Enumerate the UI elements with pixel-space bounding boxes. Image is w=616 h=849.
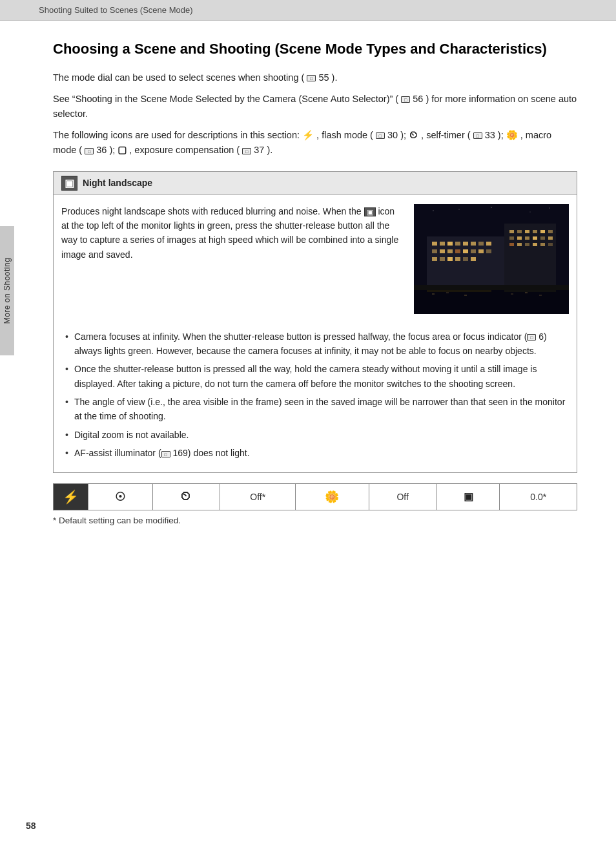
settings-cell-self-timer-icon: ☉	[88, 483, 153, 510]
p3-flash: , flash mode (	[316, 130, 373, 140]
section-body-text: Produces night landscape shots with redu…	[61, 206, 398, 260]
intro-paragraph-3: The following icons are used for descrip…	[53, 128, 577, 158]
p3-self-timer: , self-timer (	[421, 130, 471, 140]
svg-rect-25	[447, 257, 453, 261]
macro-icon: 🌼	[506, 130, 518, 140]
settings-cell-macro-icon: 🌼	[296, 483, 369, 510]
flash-icon-inline: ⚡	[302, 130, 314, 140]
p3-selftimer-label: );	[400, 130, 409, 140]
side-tab-label: More on Shooting	[3, 258, 12, 324]
svg-rect-13	[478, 242, 484, 246]
svg-rect-7	[432, 242, 437, 246]
p1-end: ).	[332, 72, 338, 83]
svg-rect-21	[478, 249, 484, 253]
night-landscape-section: ▣ Night landscape Produces night landsca…	[53, 171, 577, 473]
inline-icon: ▣	[364, 207, 376, 216]
section-header-text: Night landscape	[83, 178, 152, 188]
settings-cell-off-star: Off*	[220, 483, 296, 510]
night-landscape-image	[414, 204, 569, 314]
svg-rect-43	[517, 243, 522, 246]
intro-paragraph-1: The mode dial can be used to select scen…	[53, 70, 577, 85]
p2-ref: 56	[413, 94, 423, 104]
svg-rect-50	[504, 290, 556, 292]
svg-rect-57	[414, 285, 569, 290]
svg-rect-26	[455, 257, 460, 261]
svg-rect-11	[463, 242, 468, 246]
p1-text: The mode dial can be used to select scen…	[53, 72, 304, 83]
svg-rect-20	[471, 249, 476, 253]
svg-rect-52	[446, 292, 449, 293]
p3-macro-ref: 36	[96, 145, 107, 155]
svg-rect-45	[533, 243, 537, 246]
header-text: Shooting Suited to Scenes (Scene Mode)	[39, 5, 192, 15]
self-timer-icon: ⏲	[409, 130, 418, 140]
p3-start: The following icons are used for descrip…	[53, 130, 302, 140]
svg-rect-46	[540, 243, 545, 246]
svg-rect-42	[509, 243, 514, 246]
svg-rect-34	[540, 230, 545, 233]
svg-rect-32	[525, 230, 529, 233]
svg-rect-51	[432, 293, 435, 295]
svg-rect-33	[533, 230, 537, 233]
p2-start: See “Shooting in the Scene Mode Selected…	[53, 94, 398, 104]
bullet-list: Camera focuses at infinity. When the shu…	[61, 330, 569, 461]
p3-exposure-label: );	[109, 145, 118, 155]
svg-rect-24	[440, 257, 445, 261]
p3-flash-ref: 30	[387, 130, 398, 140]
p3-end: ).	[267, 145, 272, 155]
svg-rect-31	[517, 230, 522, 233]
svg-rect-16	[440, 249, 445, 253]
book-ref-icon-4: □	[473, 132, 482, 139]
bullet-item-3: The angle of view (i.e., the area visibl…	[61, 395, 569, 424]
svg-rect-49	[427, 290, 491, 292]
page-title: Choosing a Scene and Shooting (Scene Mod…	[53, 40, 577, 59]
svg-rect-12	[471, 242, 476, 246]
svg-rect-56	[539, 295, 542, 296]
svg-rect-47	[548, 243, 553, 246]
svg-rect-38	[525, 236, 529, 240]
footer-note: * Default setting can be modified.	[53, 516, 577, 525]
svg-rect-23	[432, 257, 437, 261]
side-tab: More on Shooting	[0, 226, 14, 355]
svg-rect-22	[486, 249, 491, 253]
p1-ref: 55	[318, 72, 329, 83]
svg-point-1	[433, 210, 433, 211]
svg-rect-29	[504, 224, 556, 295]
svg-point-2	[458, 209, 459, 209]
book-ref-icon-5: □	[85, 148, 94, 154]
book-icon-inline-2: □	[161, 451, 170, 457]
svg-rect-28	[471, 257, 476, 261]
svg-rect-8	[440, 242, 445, 246]
svg-rect-30	[509, 230, 514, 233]
intro-paragraph-2: See “Shooting in the Scene Mode Selected…	[53, 92, 577, 121]
bullet-item-2: Once the shutter-release button is press…	[61, 362, 569, 391]
section-header-icon: ▣	[61, 176, 77, 191]
book-icon-inline: □	[527, 334, 536, 341]
book-ref-icon-6: □	[242, 148, 251, 154]
main-content: Choosing a Scene and Shooting (Scene Mod…	[14, 21, 616, 551]
settings-cell-off: Off	[369, 483, 436, 510]
svg-rect-37	[517, 236, 522, 240]
night-scene-svg	[414, 204, 569, 314]
p3-exposure: , exposure compensation (	[129, 145, 240, 155]
book-ref-icon-3: □	[376, 132, 385, 139]
svg-rect-54	[511, 293, 513, 295]
page-header: Shooting Suited to Scenes (Scene Mode)	[0, 0, 616, 21]
svg-rect-53	[464, 295, 467, 296]
p3-self-ref: 33	[485, 130, 495, 140]
svg-rect-40	[540, 236, 545, 240]
svg-rect-17	[447, 249, 453, 253]
svg-rect-35	[548, 230, 553, 233]
svg-rect-14	[486, 242, 491, 246]
svg-point-5	[549, 207, 549, 208]
svg-rect-9	[447, 242, 453, 246]
bullet-item-5: AF-assist illuminator (□ 169) does not l…	[61, 446, 569, 460]
exposure-icon: ▢	[118, 145, 127, 155]
p3-macro-label: );	[498, 130, 506, 140]
svg-rect-19	[463, 249, 468, 253]
book-ref-icon-2: □	[401, 96, 410, 103]
section-description: Produces night landscape shots with redu…	[61, 204, 404, 314]
svg-point-3	[491, 207, 491, 207]
book-ref-icon-1: □	[307, 75, 316, 81]
settings-table: ⚡ ☉ ⏲ Off* 🌼 Off ▣ 0.0*	[53, 483, 577, 510]
